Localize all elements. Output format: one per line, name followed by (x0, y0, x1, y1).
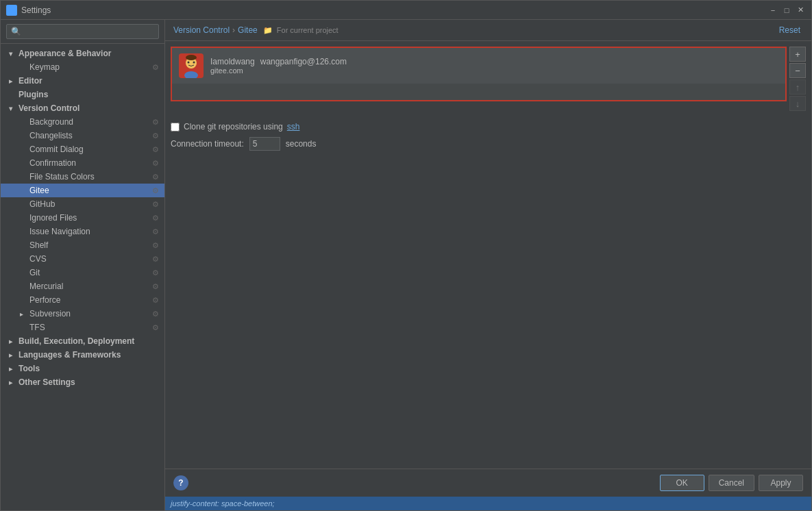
sidebar-item-keymap[interactable]: Keymap ⚙ (1, 60, 164, 74)
settings-icon: ⚙ (152, 214, 159, 223)
account-email: wangpanfigo@126.com (260, 57, 347, 66)
sidebar-item-version-control[interactable]: ▾ Version Control (1, 101, 164, 115)
sidebar-item-commit-dialog[interactable]: Commit Dialog ⚙ (1, 142, 164, 156)
title-bar: Settings − □ ✕ (1, 1, 811, 20)
account-name-row: Iamoldwang wangpanfigo@126.com (210, 57, 347, 66)
arrow-icon: ▸ (20, 310, 27, 318)
sidebar-item-label: Ignored Files (29, 213, 77, 223)
breadcrumb-current[interactable]: Gitee (238, 25, 258, 35)
sidebar-item-label: Languages & Frameworks (19, 350, 121, 360)
sidebar-item-label: Background (29, 117, 73, 127)
help-button[interactable]: ? (173, 475, 188, 490)
remove-account-button[interactable]: − (789, 63, 806, 78)
move-up-button[interactable]: ↑ (789, 79, 806, 95)
window-controls: − □ ✕ (767, 5, 806, 16)
sidebar-item-label: Issue Navigation (29, 227, 90, 236)
sidebar-item-appearance-behavior[interactable]: ▾ Appearance & Behavior (1, 47, 164, 60)
svg-point-8 (186, 55, 197, 60)
folder-icon: 📁 (263, 26, 273, 34)
sidebar-item-label: Perforce (29, 295, 60, 305)
settings-icon: ⚙ (152, 173, 159, 182)
side-buttons: + − ↑ ↓ (789, 47, 806, 111)
sidebar-item-label: Subversion (29, 309, 71, 319)
settings-icon: ⚙ (152, 310, 159, 319)
sidebar-item-mercurial[interactable]: Mercurial ⚙ (1, 279, 164, 293)
sidebar-item-label: CVS (29, 254, 47, 264)
close-button[interactable]: ✕ (795, 5, 806, 16)
clone-ssh-checkbox[interactable] (171, 123, 180, 132)
sidebar-item-subversion[interactable]: ▸ Subversion ⚙ (1, 307, 164, 321)
empty-space (171, 162, 806, 463)
settings-icon: ⚙ (152, 296, 159, 305)
sidebar-item-confirmation[interactable]: Confirmation ⚙ (1, 156, 164, 170)
account-info: Iamoldwang wangpanfigo@126.com gitee.com (210, 57, 347, 75)
svg-rect-2 (8, 11, 11, 14)
sidebar-item-cvs[interactable]: CVS ⚙ (1, 252, 164, 266)
sidebar-item-label: Shelf (29, 240, 48, 250)
bottom-bar: ? OK Cancel Apply (165, 469, 811, 497)
sidebar-item-label: Tools (19, 364, 40, 373)
ok-button[interactable]: OK (660, 475, 704, 491)
arrow-icon: ▸ (9, 365, 16, 373)
svg-rect-3 (12, 11, 16, 14)
sidebar-item-other-settings[interactable]: ▸ Other Settings (1, 375, 164, 389)
arrow-icon: ▾ (9, 50, 16, 58)
sidebar-item-changelists[interactable]: Changelists ⚙ (1, 129, 164, 142)
settings-icon: ⚙ (152, 132, 159, 140)
sidebar-item-label: File Status Colors (29, 172, 95, 182)
search-input[interactable] (6, 24, 159, 39)
sidebar-item-tfs[interactable]: TFS ⚙ (1, 321, 164, 334)
right-panel: Version Control › Gitee 📁 For current pr… (165, 20, 811, 510)
timeout-unit: seconds (286, 139, 317, 149)
sidebar-item-editor[interactable]: ▸ Editor (1, 74, 164, 88)
maximize-button[interactable]: □ (781, 5, 792, 16)
sidebar-item-perforce[interactable]: Perforce ⚙ (1, 293, 164, 307)
sidebar-item-label: Git (29, 268, 40, 277)
sidebar-item-github[interactable]: GitHub ⚙ (1, 197, 164, 211)
sidebar-item-issue-navigation[interactable]: Issue Navigation ⚙ (1, 225, 164, 238)
cancel-button[interactable]: Cancel (709, 475, 754, 491)
reset-button[interactable]: Reset (776, 24, 803, 36)
sidebar-item-shelf[interactable]: Shelf ⚙ (1, 238, 164, 252)
sidebar-item-gitee[interactable]: Gitee ⚙ (1, 184, 164, 197)
accounts-list: Iamoldwang wangpanfigo@126.com gitee.com (171, 47, 787, 101)
settings-icon: ⚙ (152, 255, 159, 264)
breadcrumb-project-text: For current project (277, 26, 339, 34)
settings-icon: ⚙ (152, 63, 159, 72)
breadcrumb-parent[interactable]: Version Control (173, 25, 230, 35)
timeout-input[interactable] (249, 137, 280, 151)
sidebar-item-label: GitHub (29, 199, 55, 209)
arrow-icon: ▸ (9, 338, 16, 345)
add-account-button[interactable]: + (789, 47, 806, 62)
account-item[interactable]: Iamoldwang wangpanfigo@126.com gitee.com (172, 48, 785, 84)
bottom-actions: OK Cancel Apply (660, 475, 803, 491)
sidebar-item-label: Keymap (29, 62, 60, 72)
clone-ssh-link[interactable]: ssh (287, 122, 300, 132)
sidebar-item-label: Other Settings (19, 377, 75, 387)
sidebar-item-plugins[interactable]: Plugins (1, 88, 164, 101)
sidebar-item-label: Confirmation (29, 158, 76, 168)
sidebar-item-languages-frameworks[interactable]: ▸ Languages & Frameworks (1, 348, 164, 362)
sidebar-item-file-status-colors[interactable]: File Status Colors ⚙ (1, 170, 164, 184)
account-username: Iamoldwang (210, 57, 255, 66)
settings-icon: ⚙ (152, 186, 159, 195)
settings-icon: ⚙ (152, 200, 159, 209)
sidebar-item-label: Gitee (29, 186, 49, 195)
window-title: Settings (21, 5, 767, 15)
settings-icon: ⚙ (152, 159, 159, 168)
account-url: gitee.com (210, 66, 347, 75)
minimize-button[interactable]: − (767, 5, 778, 16)
breadcrumb-project: 📁 For current project (263, 26, 339, 35)
apply-button[interactable]: Apply (759, 475, 803, 491)
settings-icon: ⚙ (152, 269, 159, 277)
main-content: ▾ Appearance & Behavior Keymap ⚙ ▸ Edito… (1, 20, 811, 510)
sidebar-item-background[interactable]: Background ⚙ (1, 115, 164, 129)
sidebar-item-build-execution[interactable]: ▸ Build, Execution, Deployment (1, 334, 164, 348)
sidebar-item-ignored-files[interactable]: Ignored Files ⚙ (1, 211, 164, 225)
sidebar-item-tools[interactable]: ▸ Tools (1, 362, 164, 375)
move-down-button[interactable]: ↓ (789, 96, 806, 111)
sidebar-item-label: Changelists (29, 131, 73, 140)
sidebar-item-git[interactable]: Git ⚙ (1, 266, 164, 279)
sidebar: ▾ Appearance & Behavior Keymap ⚙ ▸ Edito… (1, 20, 165, 510)
settings-icon: ⚙ (152, 241, 159, 250)
